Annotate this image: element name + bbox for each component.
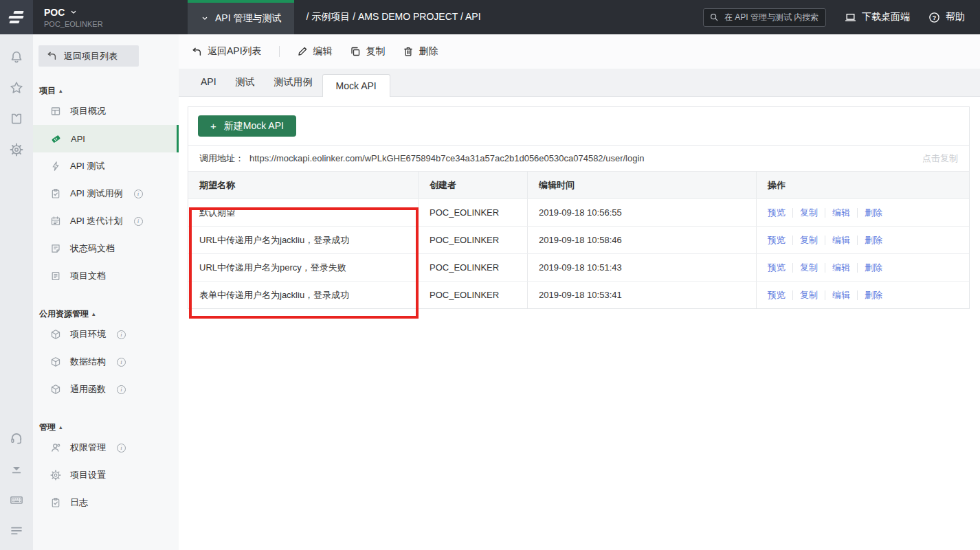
module-tab[interactable]: API 管理与测试 [188, 0, 294, 34]
list-lines-icon [10, 524, 23, 538]
preview-link[interactable]: 预览 [768, 282, 792, 308]
sidebar-item-status-code-doc[interactable]: 状态码文档 [33, 235, 179, 262]
sidebar-item-label: 权限管理 [70, 442, 106, 454]
preview-link[interactable]: 预览 [768, 199, 792, 226]
creator: POC_EOLINKER [419, 282, 528, 308]
tab-api[interactable]: API [191, 68, 226, 96]
back-to-project-list-button[interactable]: 返回项目列表 [38, 45, 139, 67]
preview-link[interactable]: 预览 [768, 227, 792, 253]
edit-time: 2019-09-18 10:53:41 [528, 282, 757, 308]
pencil-icon [297, 46, 308, 57]
grid-icon [50, 106, 61, 117]
import-export-button[interactable] [0, 453, 33, 484]
laptop-icon [845, 12, 856, 23]
mock-api-card: + 新建Mock API 调用地址： https://mockapi.eolin… [188, 106, 970, 309]
project-switcher[interactable]: POC POC_EOLINKER [44, 7, 188, 28]
edit-link[interactable]: 编辑 [825, 227, 857, 253]
cube-icon [50, 384, 61, 395]
tab-test-case[interactable]: 测试用例 [265, 68, 322, 96]
shortcuts-button[interactable] [0, 484, 33, 515]
pocket-icon [10, 112, 23, 126]
breadcrumb: / 示例项目 / AMS DEMO PROJECT / API [306, 11, 480, 23]
delete-button[interactable]: 删除 [403, 45, 438, 58]
search-input[interactable] [723, 12, 820, 23]
back-to-api-list-label: 返回API列表 [208, 45, 262, 58]
settings-button[interactable] [0, 134, 33, 165]
new-mock-api-button[interactable]: + 新建Mock API [198, 115, 296, 137]
icon-rail [0, 34, 33, 550]
sidebar-section-shared-resources[interactable]: 公用资源管理 ▴ [39, 308, 179, 319]
table-row: 默认期望 POC_EOLINKER 2019-09-18 10:56:55 预览… [188, 198, 969, 226]
expectation-name: 表单中传递用户名为jackliu，登录成功 [188, 282, 419, 308]
delete-link[interactable]: 删除 [858, 227, 889, 253]
download-desktop-button[interactable]: 下载桌面端 [845, 11, 910, 23]
sidebar: 返回项目列表 项目 ▴ 项目概况 API API 测试 API 测试用例 i A… [33, 34, 179, 550]
sidebar-section-management[interactable]: 管理 ▴ [39, 422, 179, 433]
sidebar-item-api-iteration-plan[interactable]: API 迭代计划 i [33, 207, 179, 235]
delete-link[interactable]: 删除 [858, 282, 889, 308]
copy-button[interactable]: 复制 [350, 45, 386, 58]
edit-link[interactable]: 编辑 [825, 254, 857, 281]
project-id: POC_EOLINKER [44, 20, 188, 28]
sidebar-item-api[interactable]: API [33, 125, 179, 152]
favorites-button[interactable] [0, 72, 33, 103]
sidebar-item-label: API 测试用例 [70, 187, 123, 200]
help-button[interactable]: 帮助 [928, 11, 965, 23]
table-row: URL中传递用户名为percy，登录失败 POC_EOLINKER 2019-0… [188, 253, 969, 281]
eolinker-logo[interactable] [0, 0, 33, 34]
copy-link[interactable]: 复制 [793, 227, 825, 253]
preview-link[interactable]: 预览 [768, 254, 792, 281]
info-icon: i [117, 385, 126, 394]
new-mock-api-label: 新建Mock API [224, 120, 284, 133]
download-desktop-label: 下载桌面端 [862, 11, 910, 23]
row-actions: 预览复制编辑删除 [757, 282, 969, 308]
sidebar-item-label: API [71, 134, 85, 144]
table-row: 表单中传递用户名为jackliu，登录成功 POC_EOLINKER 2019-… [188, 281, 969, 308]
back-to-api-list-button[interactable]: 返回API列表 [192, 45, 262, 58]
notifications-button[interactable] [0, 41, 33, 72]
collection-button[interactable] [0, 103, 33, 134]
support-button[interactable] [0, 422, 33, 453]
edit-time: 2019-09-18 10:56:55 [528, 199, 757, 226]
sidebar-item-api-test[interactable]: API 测试 [33, 152, 179, 180]
calendar-icon [50, 216, 61, 227]
sidebar-section-project[interactable]: 项目 ▴ [39, 85, 179, 96]
module-tab-label: API 管理与测试 [215, 12, 281, 25]
sidebar-item-api-test-case[interactable]: API 测试用例 i [33, 180, 179, 207]
table-row: URL中传递用户名为jackliu，登录成功 POC_EOLINKER 2019… [188, 226, 969, 253]
caret-up-icon: ▴ [92, 311, 96, 317]
click-to-copy-button[interactable]: 点击复制 [914, 152, 958, 165]
creator: POC_EOLINKER [419, 254, 528, 281]
table-body: 默认期望 POC_EOLINKER 2019-09-18 10:56:55 预览… [188, 198, 969, 308]
copy-link[interactable]: 复制 [793, 254, 825, 281]
sidebar-item-project-doc[interactable]: 项目文档 [33, 262, 179, 290]
topbar-right: 下载桌面端 帮助 [703, 8, 980, 27]
mock-url-row: 调用地址： https://mockapi.eolinker.com/wPLkG… [188, 145, 969, 171]
sidebar-item-project-settings[interactable]: 项目设置 [33, 461, 179, 489]
edit-time: 2019-09-18 10:58:46 [528, 227, 757, 253]
clipboard-check-icon [50, 188, 61, 199]
api-tag-icon [50, 133, 62, 145]
sidebar-item-label: API 测试 [70, 160, 105, 172]
feedback-button[interactable] [0, 515, 33, 546]
sidebar-item-permission-management[interactable]: 权限管理 i [33, 434, 179, 461]
sidebar-item-data-structure[interactable]: 数据结构 i [33, 348, 179, 376]
sidebar-item-project-overview[interactable]: 项目概况 [33, 98, 179, 125]
edit-link[interactable]: 编辑 [825, 282, 857, 308]
sidebar-item-label: 项目概况 [70, 105, 106, 117]
tab-test[interactable]: 测试 [226, 68, 265, 96]
mock-api-panel: + 新建Mock API 调用地址： https://mockapi.eolin… [179, 106, 980, 550]
delete-link[interactable]: 删除 [858, 199, 889, 226]
edit-link[interactable]: 编辑 [825, 199, 857, 226]
tab-mock-api[interactable]: Mock API [322, 74, 390, 97]
copy-link[interactable]: 复制 [793, 199, 825, 226]
delete-link[interactable]: 删除 [858, 254, 889, 281]
sidebar-item-log[interactable]: 日志 [33, 489, 179, 516]
edit-button[interactable]: 编辑 [297, 45, 333, 58]
sidebar-item-project-environment[interactable]: 项目环境 i [33, 321, 179, 348]
chevron-down-icon [201, 14, 209, 23]
search-box[interactable] [703, 8, 826, 27]
sidebar-item-common-functions[interactable]: 通用函数 i [33, 376, 179, 403]
copy-link[interactable]: 复制 [793, 282, 825, 308]
download-tray-icon [10, 462, 23, 476]
